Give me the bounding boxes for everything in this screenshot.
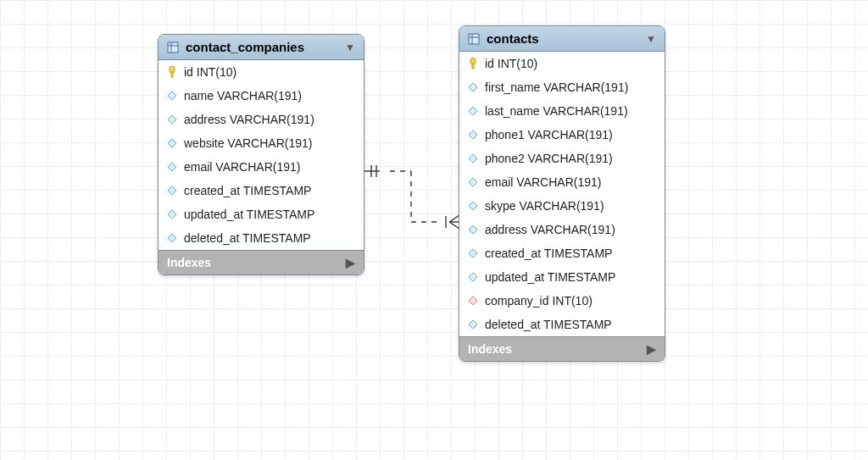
attribute-icon: [468, 319, 478, 330]
column-row[interactable]: address VARCHAR(191): [159, 108, 364, 131]
column-text: email VARCHAR(191): [485, 175, 601, 189]
attribute-icon: [167, 209, 177, 219]
column-row[interactable]: phone1 VARCHAR(191): [459, 123, 665, 147]
column-list: id INT(10)first_name VARCHAR(191)last_na…: [459, 52, 665, 336]
attribute-icon: [167, 233, 177, 243]
svg-marker-18: [469, 107, 477, 115]
column-text: id INT(10): [184, 65, 236, 79]
svg-marker-7: [168, 139, 176, 147]
primary-key-icon: [167, 66, 177, 78]
column-list: id INT(10)name VARCHAR(191)address VARCH…: [159, 60, 364, 250]
indexes-footer[interactable]: Indexes ▶: [459, 336, 665, 361]
column-row[interactable]: website VARCHAR(191): [159, 131, 364, 155]
collapse-caret-icon[interactable]: ▼: [646, 33, 656, 45]
column-row[interactable]: company_id INT(10): [459, 289, 665, 313]
column-row[interactable]: updated_at TIMESTAMP: [459, 265, 665, 289]
column-text: skype VARCHAR(191): [485, 199, 604, 213]
table-icon: [468, 33, 480, 45]
column-text: phone1 VARCHAR(191): [485, 128, 613, 141]
column-row[interactable]: updated_at TIMESTAMP: [159, 202, 364, 226]
attribute-icon: [468, 224, 478, 235]
column-row[interactable]: skype VARCHAR(191): [459, 194, 665, 218]
column-row[interactable]: name VARCHAR(191): [159, 84, 364, 108]
svg-marker-9: [168, 186, 176, 195]
expand-caret-icon: ▶: [647, 342, 656, 356]
column-text: email VARCHAR(191): [184, 160, 300, 174]
svg-rect-0: [168, 42, 178, 53]
column-row[interactable]: phone2 VARCHAR(191): [459, 147, 665, 170]
svg-rect-4: [171, 72, 173, 77]
column-text: first_name VARCHAR(191): [485, 80, 628, 94]
attribute-icon: [468, 177, 478, 187]
svg-marker-19: [469, 130, 477, 139]
relationship-connector: [364, 161, 459, 237]
svg-rect-16: [472, 64, 474, 69]
table-title: contacts: [487, 31, 639, 46]
table-header[interactable]: contacts ▼: [459, 26, 665, 52]
column-text: id INT(10): [485, 57, 537, 70]
column-row[interactable]: created_at TIMESTAMP: [459, 241, 665, 265]
attribute-icon: [468, 272, 478, 282]
column-row[interactable]: email VARCHAR(191): [159, 155, 364, 179]
column-row[interactable]: created_at TIMESTAMP: [159, 179, 364, 202]
svg-rect-12: [469, 34, 479, 44]
column-text: website VARCHAR(191): [184, 136, 312, 150]
column-text: last_name VARCHAR(191): [485, 104, 628, 118]
attribute-icon: [167, 186, 177, 196]
svg-marker-22: [469, 202, 477, 210]
attribute-icon: [468, 130, 478, 140]
collapse-caret-icon[interactable]: ▼: [345, 42, 355, 53]
column-row[interactable]: id INT(10): [459, 52, 665, 75]
column-row[interactable]: id INT(10): [159, 60, 364, 84]
indexes-label: Indexes: [167, 256, 211, 269]
table-icon: [167, 42, 179, 53]
attribute-icon: [167, 138, 177, 148]
svg-marker-17: [469, 83, 477, 91]
column-text: address VARCHAR(191): [485, 223, 615, 236]
svg-marker-20: [469, 154, 477, 163]
table-contact-companies[interactable]: contact_companies ▼ id INT(10)name VARCH…: [158, 34, 364, 275]
attribute-icon: [468, 106, 478, 116]
column-text: phone2 VARCHAR(191): [485, 152, 613, 165]
svg-marker-8: [168, 163, 176, 171]
attribute-icon: [468, 153, 478, 163]
attribute-icon: [167, 114, 177, 125]
svg-marker-5: [168, 91, 176, 100]
svg-marker-23: [469, 225, 477, 234]
column-text: address VARCHAR(191): [184, 113, 314, 126]
indexes-label: Indexes: [468, 342, 512, 356]
svg-marker-24: [469, 249, 477, 258]
column-text: company_id INT(10): [485, 294, 593, 308]
column-row[interactable]: deleted_at TIMESTAMP: [159, 226, 364, 250]
table-header[interactable]: contact_companies ▼: [159, 35, 364, 60]
indexes-footer[interactable]: Indexes ▶: [159, 250, 364, 274]
attribute-icon: [468, 82, 478, 92]
svg-marker-21: [469, 178, 477, 186]
column-row[interactable]: first_name VARCHAR(191): [459, 75, 665, 99]
attribute-icon: [167, 91, 177, 101]
table-title: contact_companies: [186, 40, 338, 54]
column-text: created_at TIMESTAMP: [485, 247, 612, 260]
column-row[interactable]: email VARCHAR(191): [459, 170, 665, 194]
svg-marker-10: [168, 210, 176, 219]
primary-key-icon: [468, 58, 478, 69]
foreign-key-icon: [468, 296, 478, 306]
column-text: deleted_at TIMESTAMP: [485, 318, 612, 331]
attribute-icon: [167, 162, 177, 172]
svg-marker-11: [168, 234, 176, 242]
column-text: updated_at TIMESTAMP: [184, 208, 314, 221]
column-text: created_at TIMESTAMP: [184, 184, 311, 197]
column-text: name VARCHAR(191): [184, 89, 302, 103]
column-text: deleted_at TIMESTAMP: [184, 231, 311, 245]
table-contacts[interactable]: contacts ▼ id INT(10)first_name VARCHAR(…: [459, 25, 665, 362]
attribute-icon: [468, 248, 478, 258]
expand-caret-icon: ▶: [346, 256, 355, 269]
svg-marker-25: [469, 273, 477, 281]
column-row[interactable]: deleted_at TIMESTAMP: [459, 313, 665, 336]
svg-marker-27: [469, 320, 477, 329]
column-text: updated_at TIMESTAMP: [485, 270, 615, 284]
column-row[interactable]: last_name VARCHAR(191): [459, 99, 665, 123]
svg-marker-26: [469, 297, 477, 305]
column-row[interactable]: address VARCHAR(191): [459, 218, 665, 241]
svg-marker-6: [168, 115, 176, 124]
